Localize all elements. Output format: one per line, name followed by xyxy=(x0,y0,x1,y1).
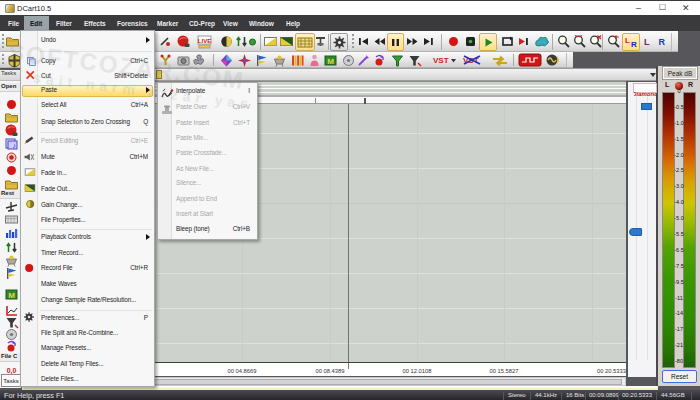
svg-text:Diamond: Diamond xyxy=(634,91,656,97)
svg-text:L: L xyxy=(644,37,650,47)
svg-text:M: M xyxy=(327,57,334,66)
svg-text:L: L xyxy=(625,36,630,45)
svg-text:♪: ♪ xyxy=(13,142,17,149)
svg-text:VST: VST xyxy=(433,56,449,65)
svg-text:R: R xyxy=(631,40,637,49)
svg-text:R: R xyxy=(659,37,666,47)
svg-text:LIVE: LIVE xyxy=(198,38,211,44)
svg-text:M: M xyxy=(8,291,15,300)
